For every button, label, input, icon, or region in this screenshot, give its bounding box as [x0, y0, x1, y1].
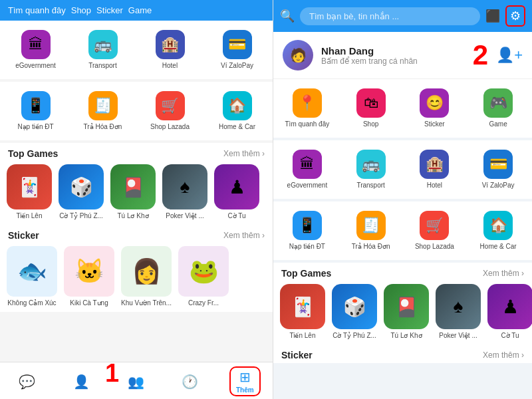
- right-grid2-item-1[interactable]: 🚌 Transport: [341, 147, 401, 192]
- left-grid2-item-2[interactable]: 🛒 Shop Lazada: [138, 88, 201, 134]
- r-homecar-icon: 🏠: [483, 211, 513, 240]
- egovernment-icon: 🏛: [21, 30, 51, 59]
- right-game-thumb-4: ♟: [487, 284, 532, 329]
- lazada-label: Shop Lazada: [150, 123, 190, 131]
- left-games-more[interactable]: Xem thêm: [223, 149, 265, 158]
- right-grid3-item-0[interactable]: 📱 Nạp tiền ĐT: [277, 208, 337, 253]
- search-icon[interactable]: 🔍: [280, 9, 295, 23]
- right-game-thumb-2: 🎴: [384, 284, 429, 329]
- right-game-4[interactable]: ♟ Cờ Tu: [486, 284, 532, 339]
- search-input[interactable]: [300, 7, 480, 25]
- sticker-label: Sticker: [424, 120, 445, 128]
- right-game-1[interactable]: 🎲 Cờ Tỷ Phú Z...: [331, 284, 378, 339]
- left-nav-shop[interactable]: Shop: [71, 5, 91, 15]
- right-grid3-item-3[interactable]: 🏠 Home & Car: [468, 208, 528, 253]
- left-sticker-0[interactable]: 🐟 Không Cảm Xúc: [5, 246, 59, 307]
- right-game-2[interactable]: 🎴 Tú Lơ Khơ: [382, 284, 430, 339]
- left-nav-game[interactable]: Game: [128, 5, 152, 15]
- left-sticker-label-1: Kiki Cà Tưng: [70, 299, 108, 307]
- right-sticker-more[interactable]: Xem thêm: [483, 350, 524, 360]
- nav-profile[interactable]: 👤: [66, 372, 96, 391]
- trahoadon-label: Trả Hóa Đơn: [84, 123, 122, 131]
- left-sticker-2[interactable]: 👩 Khu Vườn Trên...: [120, 246, 173, 307]
- zalopay-label: Ví ZaloPay: [221, 62, 253, 70]
- r-naptiendt-label: Nạp tiền ĐT: [289, 243, 325, 251]
- left-game-label-0: Tiến Lên: [17, 212, 43, 219]
- nav-them[interactable]: ⊞ Thêm: [229, 366, 261, 396]
- transport-label: Transport: [88, 62, 116, 70]
- right-grid1-item-0[interactable]: 📍 Tìm quanh đây: [277, 86, 337, 131]
- right-grid3-item-1[interactable]: 🧾 Trả Hóa Đơn: [341, 208, 401, 253]
- left-game-thumb-0: 🃏: [7, 164, 52, 209]
- right-game-0[interactable]: 🃏 Tiến Lên: [279, 284, 327, 339]
- right-grid3-item-2[interactable]: 🛒 Shop Lazada: [405, 208, 465, 253]
- left-grid1-item-2[interactable]: 🏨 Hotel: [138, 27, 201, 72]
- right-grid2-item-3[interactable]: 💳 Ví ZaloPay: [468, 147, 528, 192]
- r-lazada-icon: 🛒: [420, 211, 449, 240]
- left-bottom-nav: 💬 👤 👥 🕐 ⊞ Thêm: [0, 362, 273, 399]
- left-grid1-item-1[interactable]: 🚌 Transport: [71, 27, 134, 72]
- homecar-icon: 🏠: [223, 91, 252, 120]
- right-grid2-item-2[interactable]: 🏨 Hotel: [405, 147, 465, 192]
- timquanh-label: Tìm quanh đây: [285, 120, 330, 128]
- left-game-4[interactable]: ♟ Cờ Tu: [213, 164, 261, 219]
- right-sticker-header: Sticker Xem thêm: [273, 344, 532, 363]
- left-grid1-item-3[interactable]: 💳 Ví ZaloPay: [205, 27, 269, 72]
- nav-chat[interactable]: 💬: [12, 372, 42, 391]
- right-game-3[interactable]: ♠️ Poker Việt ...: [434, 284, 482, 339]
- left-games-title: Top Games: [8, 148, 58, 159]
- left-game-2[interactable]: 🎴 Tú Lơ Khơ: [109, 164, 157, 219]
- left-sticker-label-3: Crazy Fr...: [188, 299, 219, 307]
- game-label: Game: [489, 120, 507, 128]
- r-hotel-icon: 🏨: [420, 150, 449, 179]
- left-game-1[interactable]: 🎲 Cờ Tỷ Phú Z...: [57, 164, 105, 219]
- left-grid1-item-0[interactable]: 🏛 eGovernment: [4, 27, 67, 72]
- friends-icon: 👥: [128, 374, 144, 390]
- avatar: 🧑: [283, 40, 313, 70]
- nav-friends[interactable]: 👥: [121, 372, 151, 391]
- profile-name: Nhan Dang: [321, 45, 465, 57]
- right-grid1-item-3[interactable]: 🎮 Game: [468, 86, 528, 131]
- left-grid2: 📱 Nạp tiền ĐT 🧾 Trả Hóa Đơn 🛒 Shop Lazad…: [0, 82, 273, 140]
- profile-badge-2: 2: [473, 41, 488, 69]
- grid-icon: ⊞: [239, 369, 251, 385]
- profile-section: 🧑 Nhan Dang Bấm để xem trang cá nhân 2 👤…: [273, 32, 532, 79]
- nav-clock[interactable]: 🕐: [175, 372, 205, 391]
- add-friend-icon[interactable]: 👤+: [496, 47, 523, 64]
- right-grid1-item-1[interactable]: 🛍 Shop: [341, 86, 401, 131]
- left-grid2-item-3[interactable]: 🏠 Home & Car: [205, 88, 269, 134]
- right-game-label-1: Cờ Tỷ Phú Z...: [332, 332, 376, 339]
- left-grid2-item-1[interactable]: 🧾 Trả Hóa Đơn: [71, 88, 134, 134]
- shop-label: Shop: [363, 120, 378, 128]
- left-top-bar: Tìm quanh đây Shop Sticker Game: [0, 0, 273, 21]
- r-lazada-label: Shop Lazada: [415, 243, 454, 251]
- left-sticker-3[interactable]: 🐸 Crazy Fr...: [177, 246, 230, 307]
- left-sticker-more[interactable]: Xem thêm: [223, 231, 265, 240]
- right-sticker-title: Sticker: [281, 350, 313, 360]
- r-trahoadon-icon: 🧾: [356, 211, 386, 240]
- right-scroll-area: 📍 Tìm quanh đây 🛍 Shop 😊 Sticker 🎮 Game: [273, 79, 532, 399]
- right-grid2: 🏛 eGovernment 🚌 Transport 🏨 Hotel 💳 Ví Z…: [273, 140, 532, 199]
- left-sticker-header: Sticker Xem thêm: [0, 225, 273, 243]
- left-nav-sticker[interactable]: Sticker: [96, 5, 123, 15]
- right-game-label-3: Poker Việt ...: [439, 332, 477, 339]
- right-games-header: Top Games Xem thêm: [273, 263, 532, 281]
- left-game-3[interactable]: ♠️ Poker Việt ...: [161, 164, 209, 219]
- left-sticker-thumb-2: 👩: [121, 246, 172, 297]
- right-search-bar: 🔍 ⬛ ⚙: [273, 0, 532, 32]
- right-grid1-item-2[interactable]: 😊 Sticker: [405, 86, 465, 131]
- left-grid2-item-0[interactable]: 📱 Nạp tiền ĐT: [4, 88, 67, 134]
- right-grid2-item-0[interactable]: 🏛 eGovernment: [277, 147, 337, 192]
- left-game-thumb-2: 🎴: [110, 164, 156, 209]
- left-nav-timquanhday[interactable]: Tìm quanh đây: [8, 5, 66, 15]
- left-sticker-label-0: Không Cảm Xúc: [7, 299, 56, 307]
- qr-icon[interactable]: ⬛: [485, 9, 500, 23]
- lazada-icon: 🛒: [156, 91, 185, 120]
- left-sticker-1[interactable]: 🐱 Kiki Cà Tưng: [63, 246, 116, 307]
- profile-info: Nhan Dang Bấm để xem trang cá nhân: [321, 45, 465, 66]
- left-game-thumb-3: ♠️: [162, 164, 207, 209]
- right-games-more[interactable]: Xem thêm: [483, 269, 524, 278]
- left-game-label-3: Poker Việt ...: [166, 212, 204, 219]
- left-game-0[interactable]: 🃏 Tiến Lên: [5, 164, 53, 219]
- settings-icon[interactable]: ⚙: [505, 5, 525, 27]
